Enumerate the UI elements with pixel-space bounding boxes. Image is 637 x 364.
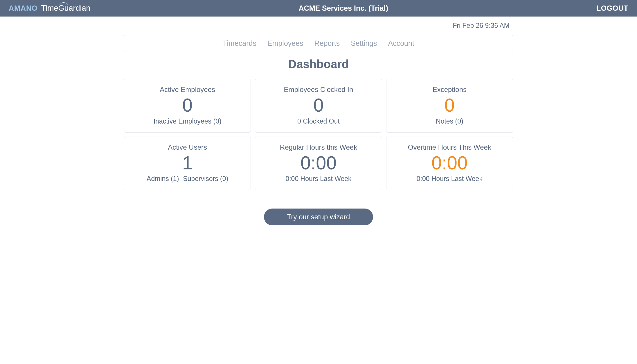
card-active-users[interactable]: Active Users 1 Admins (1) Supervisors (0… bbox=[124, 137, 251, 190]
wizard-wrap: Try our setup wizard bbox=[124, 194, 513, 225]
card-sub: Inactive Employees (0) bbox=[127, 117, 248, 125]
card-active-employees[interactable]: Active Employees 0 Inactive Employees (0… bbox=[124, 79, 251, 133]
card-sub-group: Admins (1) Supervisors (0) bbox=[127, 175, 248, 183]
card-exceptions[interactable]: Exceptions 0 Notes (0) bbox=[386, 79, 513, 133]
card-value: 0 bbox=[127, 95, 248, 116]
card-title: Regular Hours this Week bbox=[258, 143, 379, 151]
logo-product: TimeGuardian bbox=[41, 4, 90, 13]
card-value: 0 bbox=[258, 95, 379, 116]
content-area: Fri Feb 26 9:36 AM Timecards Employees R… bbox=[115, 17, 522, 225]
logo-brand: AMANO bbox=[9, 4, 37, 12]
card-value: 0 bbox=[389, 95, 510, 116]
app-header: AMANO TimeGuardian ACME Services Inc. (T… bbox=[0, 0, 637, 17]
card-overtime-hours[interactable]: Overtime Hours This Week 0:00 0:00 Hours… bbox=[386, 137, 513, 190]
company-title: ACME Services Inc. (Trial) bbox=[299, 4, 388, 12]
nav-item-employees[interactable]: Employees bbox=[267, 39, 303, 48]
card-sub-admins: Admins (1) bbox=[147, 175, 179, 183]
card-sub: Notes (0) bbox=[389, 117, 510, 125]
card-employees-clocked-in[interactable]: Employees Clocked In 0 0 Clocked Out bbox=[255, 79, 382, 133]
setup-wizard-button[interactable]: Try our setup wizard bbox=[264, 209, 373, 225]
card-title: Active Employees bbox=[127, 86, 248, 94]
card-title: Exceptions bbox=[389, 86, 510, 94]
logo-arc-icon bbox=[59, 1, 68, 6]
card-sub: 0 Clocked Out bbox=[258, 117, 379, 125]
card-sub-supervisors: Supervisors (0) bbox=[183, 175, 228, 183]
nav-item-timecards[interactable]: Timecards bbox=[223, 39, 256, 48]
datetime-display: Fri Feb 26 9:36 AM bbox=[124, 17, 513, 35]
card-sub: 0:00 Hours Last Week bbox=[389, 175, 510, 183]
logo-group: AMANO TimeGuardian bbox=[9, 4, 91, 13]
nav-bar: Timecards Employees Reports Settings Acc… bbox=[124, 35, 513, 52]
card-title: Overtime Hours This Week bbox=[389, 143, 510, 151]
nav-item-settings[interactable]: Settings bbox=[351, 39, 377, 48]
nav-item-account[interactable]: Account bbox=[388, 39, 414, 48]
logout-button[interactable]: LOGOUT bbox=[596, 4, 628, 12]
card-value: 0:00 bbox=[258, 153, 379, 174]
card-title: Employees Clocked In bbox=[258, 86, 379, 94]
nav-item-reports[interactable]: Reports bbox=[314, 39, 340, 48]
card-value: 1 bbox=[127, 153, 248, 174]
card-title: Active Users bbox=[127, 143, 248, 151]
card-value: 0:00 bbox=[389, 153, 510, 174]
dashboard-cards: Active Employees 0 Inactive Employees (0… bbox=[124, 79, 513, 190]
page-title: Dashboard bbox=[124, 58, 513, 71]
card-regular-hours[interactable]: Regular Hours this Week 0:00 0:00 Hours … bbox=[255, 137, 382, 190]
card-sub: 0:00 Hours Last Week bbox=[258, 175, 379, 183]
